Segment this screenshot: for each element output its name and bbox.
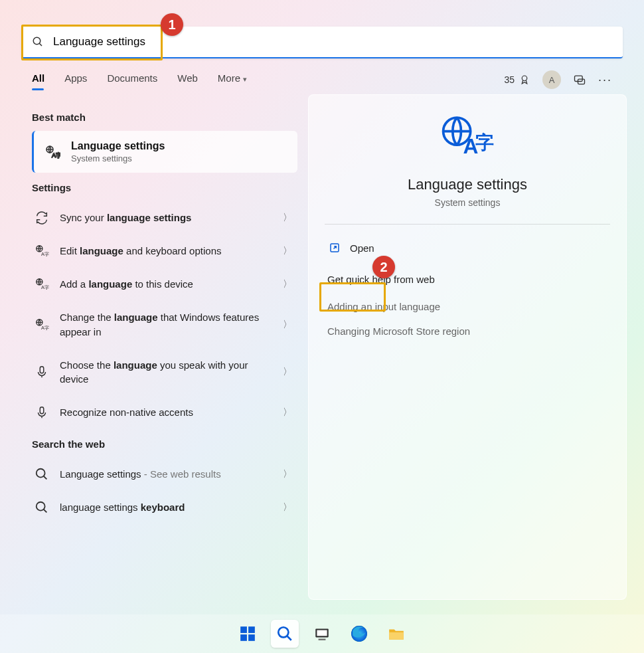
svg-point-17 [37,502,45,511]
mic-icon [35,405,49,420]
lang-icon: A字 [35,318,49,332]
rewards-points[interactable]: 35 [504,74,530,86]
preview-pane: A 字 Language settings System settings Op… [308,94,627,600]
settings-item-text: Sync your language settings [60,211,272,225]
lang-icon: A字 [35,277,49,292]
settings-item[interactable]: A字Add a language to this device〉 [32,268,297,301]
help-link[interactable]: Changing Microsoft Store region [325,319,610,343]
windows-start-icon [239,625,256,642]
svg-line-18 [44,510,47,513]
svg-text:A字: A字 [52,152,60,159]
settings-item[interactable]: Choose the language you speak with your … [32,349,297,397]
svg-rect-13 [40,367,44,373]
svg-point-27 [278,627,288,637]
settings-label: Settings [32,182,303,193]
chevron-down-icon: ▾ [243,75,247,83]
folder-icon [388,625,405,642]
svg-rect-3 [574,76,582,81]
best-match-label: Best match [32,112,303,123]
annotation-badge-1: 1 [161,13,183,36]
header-right: 35 A ··· [504,70,612,89]
avatar[interactable]: A [542,70,561,89]
search-icon [276,625,293,642]
filter-tabs: All Apps Documents Web More▾ [32,72,247,88]
more-options-icon[interactable]: ··· [598,73,612,87]
filter-tab-all[interactable]: All [32,72,44,88]
web-result-item[interactable]: language settings keyboard〉 [32,491,297,524]
svg-rect-14 [40,407,44,414]
taskview-icon [313,625,331,642]
svg-rect-24 [248,626,255,633]
search-bar[interactable] [21,27,623,58]
chat-icon[interactable] [573,73,586,86]
content: Best match A字 Language settings System s… [13,94,631,600]
preview-title: Language settings [325,176,610,193]
open-external-icon [329,242,341,254]
preview-subtitle: System settings [325,197,610,208]
svg-rect-31 [319,639,326,640]
help-link[interactable]: Adding an input language [325,294,610,319]
svg-line-1 [39,43,42,46]
chevron-right-icon: 〉 [283,212,292,224]
taskbar-start[interactable] [234,620,262,648]
divider [325,224,610,225]
taskbar [0,614,644,653]
medal-icon [519,74,530,86]
svg-line-28 [287,636,291,640]
settings-item[interactable]: A字Edit language and keyboard options〉 [32,234,297,268]
chevron-right-icon: 〉 [283,502,292,513]
settings-item-text: Edit language and keyboard options [60,244,272,258]
filter-tab-apps[interactable]: Apps [64,72,87,88]
web-result-text: Language settings - See web results [60,467,272,482]
chevron-right-icon: 〉 [283,319,292,331]
sync-icon [35,211,49,225]
settings-item[interactable]: A字Change the language that Windows featu… [32,301,297,349]
settings-item-text: Recognize non-native accents [60,405,272,420]
chevron-right-icon: 〉 [283,407,292,419]
svg-text:字: 字 [475,132,494,153]
settings-item-text: Change the language that Windows feature… [60,310,272,339]
edge-icon [351,625,368,642]
help-label: Get quick help from web [327,274,610,285]
taskbar-explorer[interactable] [382,620,410,648]
best-match-title: Language settings [71,140,165,152]
chevron-right-icon: 〉 [283,278,292,290]
settings-item[interactable]: Recognize non-native accents〉 [32,396,297,429]
settings-item-text: Choose the language you speak with your … [60,358,272,387]
taskbar-taskview[interactable] [308,620,336,648]
taskbar-search[interactable] [271,620,299,648]
lang-icon: A字 [35,244,49,258]
open-label: Open [350,242,374,254]
svg-point-0 [33,37,40,45]
chevron-right-icon: 〉 [283,468,292,480]
web-result-item[interactable]: Language settings - See web results〉 [32,458,297,491]
chevron-right-icon: 〉 [283,245,292,257]
search-input[interactable] [53,35,612,48]
svg-line-16 [44,476,47,480]
settings-item[interactable]: Sync your language settings〉 [32,201,297,234]
svg-text:A字: A字 [41,325,49,331]
web-label: Search the web [32,438,303,450]
search-window: All Apps Documents Web More▾ 35 A ··· Be… [13,7,631,600]
svg-rect-30 [317,630,327,636]
best-match-subtitle: System settings [71,153,165,163]
filter-tab-web[interactable]: Web [177,72,198,88]
search-icon [35,467,49,482]
svg-text:A字: A字 [41,251,49,257]
best-match-item[interactable]: A字 Language settings System settings [32,131,297,173]
filter-tab-documents[interactable]: Documents [107,72,157,88]
results-pane: Best match A字 Language settings System s… [13,94,308,600]
svg-rect-23 [240,626,247,633]
search-icon [35,500,49,515]
taskbar-edge[interactable] [345,620,373,648]
svg-point-15 [37,469,45,478]
language-icon: A字 [44,144,60,160]
annotation-badge-2: 2 [372,256,395,278]
settings-list: Sync your language settings〉A字Edit langu… [32,201,303,429]
web-result-text: language settings keyboard [60,500,272,515]
svg-rect-26 [248,634,255,641]
filter-tab-more[interactable]: More▾ [218,72,247,88]
points-value: 35 [504,74,515,85]
open-button[interactable]: Open [325,236,378,259]
language-hero-icon: A 字 [440,114,495,161]
